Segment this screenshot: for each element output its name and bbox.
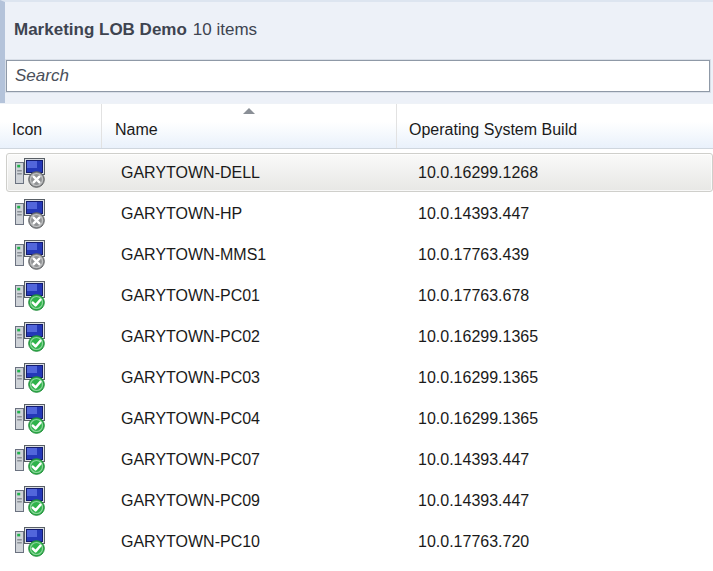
column-header-os-build[interactable]: Operating System Build: [397, 104, 713, 148]
device-os-build: 10.0.14393.447: [397, 205, 713, 223]
device-name: GARYTOWN-MMS1: [102, 246, 397, 264]
device-name: GARYTOWN-PC02: [102, 328, 397, 346]
device-os-build: 10.0.17763.720: [397, 533, 713, 551]
device-os-build: 10.0.14393.447: [397, 451, 713, 469]
device-os-build: 10.0.16299.1268: [397, 164, 713, 182]
device-os-build: 10.0.16299.1365: [397, 410, 713, 428]
device-name: GARYTOWN-PC04: [102, 410, 397, 428]
sort-ascending-icon: [243, 108, 255, 114]
table-row[interactable]: GARYTOWN-HP 10.0.14393.447: [0, 193, 713, 234]
column-header-label: Icon: [12, 121, 42, 139]
row-icon-cell: [0, 363, 102, 393]
device-list: GARYTOWN-DELL 10.0.16299.1268: [0, 149, 713, 562]
row-icon-cell: [0, 158, 102, 188]
device-status-inactive-icon: [14, 240, 46, 270]
device-status-active-icon: [14, 363, 46, 393]
device-status-inactive-icon: [14, 158, 46, 188]
device-list-pane: Marketing LOB Demo 10 items Icon Name Op…: [0, 0, 713, 571]
search-bar: [0, 57, 713, 95]
device-status-active-icon: [14, 486, 46, 516]
table-row[interactable]: GARYTOWN-PC02 10.0.16299.1365: [0, 316, 713, 357]
chrome-gap: [0, 95, 713, 103]
row-icon-cell: [0, 404, 102, 434]
device-os-build: 10.0.14393.447: [397, 492, 713, 510]
row-icon-cell: [0, 240, 102, 270]
table-row[interactable]: GARYTOWN-PC03 10.0.16299.1365: [0, 357, 713, 398]
device-status-active-icon: [14, 527, 46, 557]
device-name: GARYTOWN-HP: [102, 205, 397, 223]
column-header-label: Name: [115, 121, 158, 139]
column-header-name[interactable]: Name: [102, 104, 397, 148]
device-status-active-icon: [14, 445, 46, 475]
column-header-icon[interactable]: Icon: [0, 104, 102, 148]
table-row[interactable]: GARYTOWN-PC04 10.0.16299.1365: [0, 398, 713, 439]
table-row[interactable]: GARYTOWN-PC07 10.0.14393.447: [0, 439, 713, 480]
column-header-row: Icon Name Operating System Build: [0, 103, 713, 149]
device-status-active-icon: [14, 281, 46, 311]
row-icon-cell: [0, 199, 102, 229]
table-row[interactable]: GARYTOWN-PC10 10.0.17763.720: [0, 521, 713, 562]
device-status-inactive-icon: [14, 199, 46, 229]
device-name: GARYTOWN-PC03: [102, 369, 397, 387]
device-os-build: 10.0.16299.1365: [397, 369, 713, 387]
device-name: GARYTOWN-DELL: [102, 164, 397, 182]
device-name: GARYTOWN-PC10: [102, 533, 397, 551]
column-header-label: Operating System Build: [409, 121, 577, 139]
table-row[interactable]: GARYTOWN-PC09 10.0.14393.447: [0, 480, 713, 521]
table-row[interactable]: GARYTOWN-DELL 10.0.16299.1268: [0, 152, 713, 193]
device-name: GARYTOWN-PC01: [102, 287, 397, 305]
table-row[interactable]: GARYTOWN-MMS1 10.0.17763.439: [0, 234, 713, 275]
item-count: 10 items: [193, 20, 257, 40]
device-os-build: 10.0.16299.1365: [397, 328, 713, 346]
row-icon-cell: [0, 322, 102, 352]
device-name: GARYTOWN-PC07: [102, 451, 397, 469]
row-icon-cell: [0, 527, 102, 557]
page-title: Marketing LOB Demo: [14, 20, 187, 40]
row-icon-cell: [0, 486, 102, 516]
row-icon-cell: [0, 445, 102, 475]
device-os-build: 10.0.17763.678: [397, 287, 713, 305]
device-status-active-icon: [14, 404, 46, 434]
list-title-bar: Marketing LOB Demo 10 items: [0, 0, 713, 57]
table-row[interactable]: GARYTOWN-PC01 10.0.17763.678: [0, 275, 713, 316]
device-status-active-icon: [14, 322, 46, 352]
device-name: GARYTOWN-PC09: [102, 492, 397, 510]
search-input[interactable]: [6, 60, 710, 92]
device-os-build: 10.0.17763.439: [397, 246, 713, 264]
row-icon-cell: [0, 281, 102, 311]
